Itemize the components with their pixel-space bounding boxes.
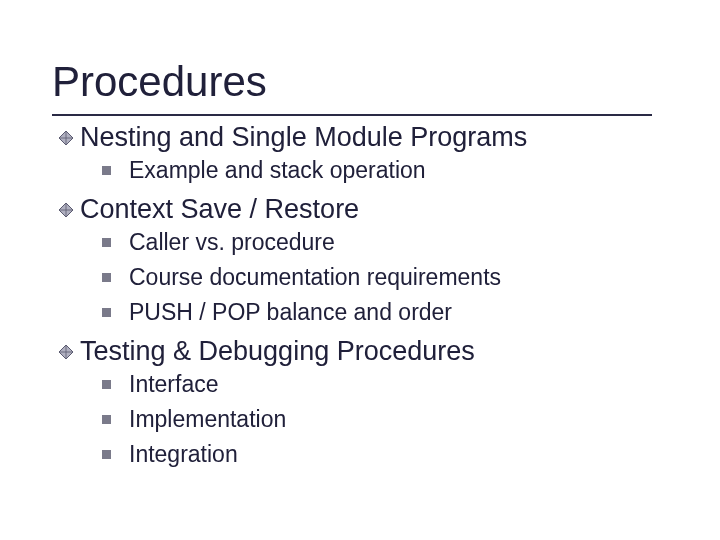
list-item: Interface: [102, 371, 668, 398]
list-item-text: Caller vs. procedure: [129, 229, 335, 256]
page-title: Procedures: [52, 58, 267, 106]
square-icon: [102, 308, 111, 317]
list-item-text: PUSH / POP balance and order: [129, 299, 452, 326]
section-heading-text: Context Save / Restore: [80, 194, 359, 225]
list-item: Implementation: [102, 406, 668, 433]
list-item-text: Interface: [129, 371, 219, 398]
slide-body: Nesting and Single Module Programs Examp…: [58, 122, 668, 478]
diamond-icon: [58, 130, 74, 146]
diamond-icon: [58, 344, 74, 360]
square-icon: [102, 166, 111, 175]
diamond-icon: [58, 202, 74, 218]
section-heading: Nesting and Single Module Programs: [58, 122, 668, 153]
list-item-text: Course documentation requirements: [129, 264, 501, 291]
section-heading-text: Testing & Debugging Procedures: [80, 336, 475, 367]
square-icon: [102, 380, 111, 389]
title-underline: [52, 114, 652, 116]
square-icon: [102, 415, 111, 424]
slide: Procedures Nesting and Single Module Pro…: [0, 0, 720, 540]
square-icon: [102, 450, 111, 459]
list-item: Course documentation requirements: [102, 264, 668, 291]
section-items: Example and stack operation: [102, 157, 668, 184]
section-heading-text: Nesting and Single Module Programs: [80, 122, 527, 153]
list-item-text: Implementation: [129, 406, 286, 433]
section-items: Interface Implementation Integration: [102, 371, 668, 468]
section-heading: Context Save / Restore: [58, 194, 668, 225]
section-heading: Testing & Debugging Procedures: [58, 336, 668, 367]
list-item: Example and stack operation: [102, 157, 668, 184]
list-item-text: Example and stack operation: [129, 157, 426, 184]
square-icon: [102, 238, 111, 247]
list-item: Caller vs. procedure: [102, 229, 668, 256]
section-items: Caller vs. procedure Course documentatio…: [102, 229, 668, 326]
list-item-text: Integration: [129, 441, 238, 468]
square-icon: [102, 273, 111, 282]
list-item: Integration: [102, 441, 668, 468]
list-item: PUSH / POP balance and order: [102, 299, 668, 326]
